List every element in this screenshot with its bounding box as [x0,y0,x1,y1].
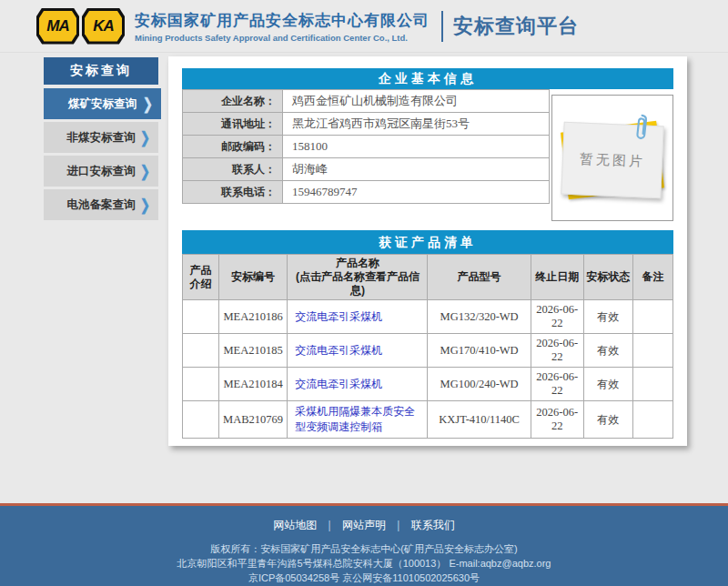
table-row: 联系电话： 15946789747 [183,181,550,204]
logo-shield-ka-icon: KA [82,8,125,45]
cell-cert-no: MEA210185 [218,334,287,368]
org-titles: 安标国家矿用产品安全标志中心有限公司 Mining Products Safet… [135,10,430,43]
no-image-note: 暂无图片 [561,122,663,199]
contact-label: 联系人： [183,158,283,181]
col-expiry: 终止日期 [531,255,583,300]
address-label: 通讯地址： [183,113,283,136]
logo-ka-text: KA [85,11,122,42]
no-image-card: 暂无图片 [564,126,661,194]
table-row: MEA210186 交流电牵引采煤机 MG132/320-WD 2026-06-… [183,300,673,334]
logo-ma-text: MA [39,11,76,42]
col-name-main: 产品名称 [336,257,379,269]
top-header: MA KA 安标国家矿用产品安全标志中心有限公司 Mining Products… [0,0,728,53]
main-panel: 企业基本信息 企业名称： 鸡西金恒矿山机械制造有限公司 通讯地址： 黑龙江省鸡西… [168,56,687,446]
org-name-cn: 安标国家矿用产品安全标志中心有限公司 [135,10,430,31]
col-model: 产品型号 [428,255,531,300]
col-cert-no: 安标编号 [218,255,287,300]
product-list-title: 获证产品清单 [182,230,673,254]
table-row: MAB210769 采煤机用隔爆兼本质安全型变频调速控制箱 KXJT-410/1… [183,401,673,439]
phone-label: 联系电话： [183,181,283,204]
product-name-link[interactable]: 采煤机用隔爆兼本质安全型变频调速控制箱 [295,405,415,433]
product-image-placeholder: 暂无图片 [551,95,673,221]
sidebar-item-coal-query[interactable]: 煤矿安标查询 ❯ [44,88,161,119]
table-row: MEA210184 交流电牵引采煤机 MG100/240-WD 2026-06-… [183,368,673,401]
chevron-right-icon: ❯ [140,162,150,180]
table-row: 企业名称： 鸡西金恒矿山机械制造有限公司 [183,90,550,113]
sidebar-item-battery-query[interactable]: 电池备案查询 ❯ [44,189,158,220]
phone-value: 15946789747 [283,181,550,204]
table-row: 联系人： 胡海峰 [183,158,550,181]
cell-expiry: 2026-06-22 [531,300,583,334]
cell-expiry: 2026-06-22 [531,334,583,368]
table-row: 邮政编码： 158100 [183,136,550,158]
cell-status: 有效 [583,401,632,439]
postcode-value: 158100 [283,136,550,158]
company-info-section: 企业名称： 鸡西金恒矿山机械制造有限公司 通讯地址： 黑龙江省鸡西市鸡冠区南星街… [182,89,673,221]
cell-remark [632,401,672,439]
cell-product-name: 交流电牵引采煤机 [288,368,428,401]
org-name-en: Mining Products Safety Approval and Cert… [135,33,430,43]
footer-copyright: 版权所有：安标国家矿用产品安全标志中心(矿用产品安全标志办公室) 北京朝阳区和平… [0,541,728,585]
table-header-row: 产品介绍 安标编号 产品名称 (点击产品名称查看产品信息) 产品型号 终止日期 … [183,255,673,300]
cell-status: 有效 [583,300,632,334]
cell-cert-no: MAB210769 [218,401,287,439]
product-list-section: 获证产品清单 产品介绍 安标编号 产品名称 (点击产品名称查看产品信息) 产品型… [182,230,673,439]
sidebar: 安标查询 煤矿安标查询 ❯ 非煤安标查询 ❯ 进口安标查询 ❯ 电池备案查询 ❯ [44,57,158,223]
cell-product-name: 交流电牵引采煤机 [288,334,428,368]
platform-title: 安标查询平台 [453,13,579,40]
postcode-label: 邮政编码： [183,136,283,158]
sidebar-item-noncoal-query[interactable]: 非煤安标查询 ❯ [44,122,158,153]
col-intro: 产品介绍 [183,255,219,300]
col-name: 产品名称 (点击产品名称查看产品信息) [288,255,428,300]
product-name-link[interactable]: 交流电牵引采煤机 [295,310,382,323]
cell-remark [632,334,672,368]
sidebar-item-label: 电池备案查询 [67,197,136,213]
copyright-line-3: 京ICP备05034258号 京公网安备11010502025630号 [0,571,728,585]
product-name-link[interactable]: 交流电牵引采煤机 [295,344,382,357]
footer-separator: ｜ [393,519,404,531]
cell-model: MG100/240-WD [428,368,531,401]
cell-status: 有效 [583,368,632,401]
company-info-title: 企业基本信息 [182,68,673,89]
col-status: 安标状态 [583,255,632,300]
copyright-line-2: 北京朝阳区和平里青年沟路5号煤科总院安科大厦（100013） E-mail:aq… [0,556,728,571]
cell-cert-no: MEA210186 [218,300,287,334]
product-table: 产品介绍 安标编号 产品名称 (点击产品名称查看产品信息) 产品型号 终止日期 … [182,254,673,439]
product-name-link[interactable]: 交流电牵引采煤机 [295,378,382,390]
chevron-right-icon: ❯ [143,95,153,113]
company-info-table: 企业名称： 鸡西金恒矿山机械制造有限公司 通讯地址： 黑龙江省鸡西市鸡冠区南星街… [182,89,550,204]
footer-links: 网站地图｜网站声明｜联系我们 [0,506,728,533]
company-name-value: 鸡西金恒矿山机械制造有限公司 [283,90,550,113]
footer-link-statement[interactable]: 网站声明 [342,519,386,531]
cell-intro [183,334,219,368]
sidebar-item-label: 进口安标查询 [67,164,136,179]
cell-product-name: 采煤机用隔爆兼本质安全型变频调速控制箱 [288,401,428,439]
col-name-sub: (点击产品名称查看产品信息) [296,270,420,297]
table-row: 通讯地址： 黑龙江省鸡西市鸡冠区南星街53号 [183,113,550,136]
company-name-label: 企业名称： [183,90,283,113]
cell-expiry: 2026-06-22 [531,401,583,439]
sidebar-item-label: 非煤安标查询 [67,130,136,146]
cell-expiry: 2026-06-22 [531,368,583,401]
cell-status: 有效 [583,334,632,368]
cell-remark [632,368,672,401]
sidebar-title: 安标查询 [44,57,158,85]
footer: 网站地图｜网站声明｜联系我们 版权所有：安标国家矿用产品安全标志中心(矿用产品安… [0,503,728,586]
cell-model: MG132/320-WD [428,300,531,334]
cell-model: KXJT-410/1140C [428,401,531,439]
footer-link-sitemap[interactable]: 网站地图 [273,519,317,531]
chevron-right-icon: ❯ [140,196,150,214]
header-divider [441,11,443,42]
cell-intro [183,368,219,401]
sidebar-item-label: 煤矿安标查询 [68,96,136,112]
contact-value: 胡海峰 [283,158,550,181]
footer-separator: ｜ [324,519,335,531]
cell-intro [183,401,219,439]
cell-model: MG170/410-WD [428,334,531,368]
cell-remark [632,300,672,334]
address-value: 黑龙江省鸡西市鸡冠区南星街53号 [283,113,550,136]
sidebar-item-import-query[interactable]: 进口安标查询 ❯ [44,156,158,187]
table-row: MEA210185 交流电牵引采煤机 MG170/410-WD 2026-06-… [183,334,673,368]
footer-link-contact[interactable]: 联系我们 [411,519,455,531]
logo-shield-ma-icon: MA [36,8,79,45]
